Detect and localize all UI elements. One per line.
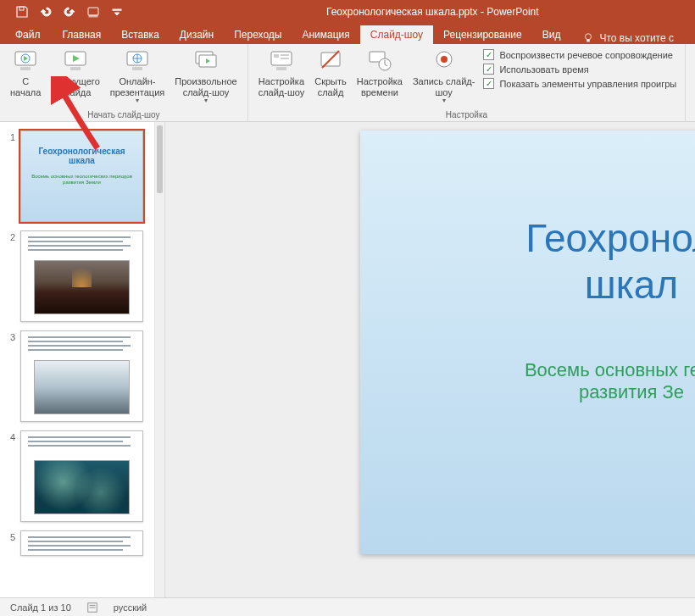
tell-me-label: Что вы хотите с — [599, 32, 674, 44]
svg-rect-1 — [88, 8, 98, 15]
svg-rect-19 — [281, 58, 289, 59]
svg-rect-17 — [274, 54, 279, 58]
thumb1-title: Геохронологическая шкала — [21, 147, 142, 165]
thumb-slide-5[interactable] — [20, 530, 143, 556]
tab-home[interactable]: Главная — [53, 25, 112, 44]
slide-title[interactable]: Геохронолошкал — [525, 215, 695, 308]
svg-rect-0 — [19, 7, 24, 10]
hide-slide-button[interactable]: Скрыть слайд — [309, 46, 352, 99]
svg-rect-10 — [70, 67, 81, 70]
svg-rect-2 — [89, 15, 97, 17]
setup-label: Настройка слайд-шоу — [259, 76, 305, 97]
svg-rect-18 — [281, 54, 289, 56]
quick-access-toolbar — [0, 0, 127, 24]
workspace: 1 Геохронологическая шкала Восемь основн… — [0, 122, 695, 597]
slide-thumbnails-panel: 1 Геохронологическая шкала Восемь основн… — [0, 122, 165, 597]
setup-slideshow-button[interactable]: Настройка слайд-шоу — [253, 46, 310, 99]
play-from-current-icon — [62, 47, 89, 75]
thumb-slide-2[interactable] — [20, 230, 143, 322]
tab-animations[interactable]: Анимация — [292, 25, 359, 44]
present-online-icon — [124, 47, 151, 75]
svg-rect-13 — [132, 67, 142, 70]
timer-icon — [366, 47, 393, 75]
tab-insert[interactable]: Вставка — [111, 25, 170, 44]
custom-slideshow-button[interactable]: Произвольное слайд-шоу ▾ — [170, 46, 242, 106]
setup-checkboxes: ✓Воспроизвести речевое сопровождение ✓Ис… — [480, 46, 680, 89]
checkbox-checked-icon: ✓ — [483, 78, 494, 89]
language-indicator[interactable]: русский — [114, 602, 147, 613]
record-slideshow-button[interactable]: Запись слайд- шоу ▾ — [408, 46, 480, 106]
slide-counter[interactable]: Слайд 1 из 10 — [10, 602, 71, 613]
redo-button[interactable] — [59, 3, 80, 21]
tab-view[interactable]: Вид — [532, 25, 571, 44]
slide-editor[interactable]: Геохронолошкал Восемь основных геолограз… — [165, 122, 695, 597]
start-from-beginning-qat-button[interactable] — [83, 3, 103, 21]
svg-point-26 — [441, 56, 448, 63]
lightbulb-icon — [582, 32, 594, 44]
group-start-slideshow: С начала С текущего слайда Онлайн- презе… — [0, 44, 248, 121]
chk-controls-label: Показать элементы управления проигры — [499, 79, 676, 89]
svg-rect-5 — [587, 40, 591, 42]
present-online-button[interactable]: Онлайн- презентация ▾ — [105, 46, 170, 106]
thumb-number: 1 — [7, 130, 15, 222]
tab-file[interactable]: Файл — [8, 25, 53, 44]
chk-play-narration[interactable]: ✓Воспроизвести речевое сопровождение — [483, 49, 676, 60]
thumb-number: 2 — [7, 230, 15, 322]
from-beginning-label: С начала — [10, 76, 41, 97]
group-setup: Настройка слайд-шоу Скрыть слайд Настрой… — [248, 44, 687, 121]
hide-slide-label: Скрыть слайд — [314, 76, 347, 97]
ribbon-tabs: Файл Главная Вставка Дизайн Переходы Ани… — [0, 24, 695, 44]
thumb-number: 3 — [7, 330, 15, 422]
thumb-row-4: 4 — [0, 422, 164, 522]
thumb4-image — [34, 460, 130, 514]
from-beginning-button[interactable]: С начала — [5, 46, 46, 99]
thumb-row-5: 5 — [0, 522, 164, 556]
thumb-slide-1[interactable]: Геохронологическая шкала Восемь основных… — [20, 130, 143, 222]
ribbon: С начала С текущего слайда Онлайн- презе… — [0, 44, 695, 122]
rehearse-timings-button[interactable]: Настройка времени — [352, 46, 408, 99]
chk-show-controls[interactable]: ✓Показать элементы управления проигры — [483, 78, 676, 89]
tell-me-search[interactable]: Что вы хотите с — [582, 32, 674, 44]
custom-slideshow-icon — [192, 47, 220, 75]
thumb1-subtitle: Восемь основных геологических периодов р… — [30, 174, 134, 186]
qat-customize-button[interactable] — [107, 3, 127, 21]
chk-narration-label: Воспроизвести речевое сопровождение — [499, 50, 673, 60]
thumb-slide-4[interactable] — [20, 430, 143, 522]
from-current-button[interactable]: С текущего слайда — [46, 46, 104, 99]
thumb-row-2: 2 — [0, 222, 164, 322]
present-online-label: Онлайн- презентация — [110, 76, 165, 97]
checkbox-checked-icon: ✓ — [483, 49, 494, 60]
chk-timings-label: Использовать время — [499, 64, 588, 75]
chevron-down-icon: ▾ — [442, 97, 446, 104]
slide-subtitle[interactable]: Восемь основных геологразвития Зе — [525, 359, 695, 403]
thumb-row-1: 1 Геохронологическая шкала Восемь основн… — [0, 122, 164, 222]
checkbox-checked-icon: ✓ — [483, 64, 494, 75]
chk-use-timings[interactable]: ✓Использовать время — [483, 64, 676, 75]
current-slide[interactable]: Геохронолошкал Восемь основных геолограз… — [360, 130, 695, 554]
setup-icon — [268, 47, 295, 75]
thumb3-image — [34, 360, 130, 414]
svg-point-4 — [586, 34, 592, 40]
group-start-label: Начать слайд-шоу — [5, 110, 242, 121]
play-from-start-icon — [12, 47, 39, 75]
thumb-slide-3[interactable] — [20, 330, 143, 422]
custom-slideshow-label: Произвольное слайд-шоу — [175, 76, 236, 97]
record-icon — [431, 47, 458, 75]
tab-transitions[interactable]: Переходы — [224, 25, 292, 44]
thumbnails-scrollbar[interactable] — [154, 122, 164, 597]
undo-button[interactable] — [36, 3, 56, 21]
document-title: Геохронологическая шкала.pptx - PowerPoi… — [326, 6, 539, 18]
group-setup-label: Настройка — [253, 110, 681, 121]
tab-review[interactable]: Рецензирование — [433, 25, 532, 44]
svg-rect-3 — [113, 9, 121, 10]
rehearse-label: Настройка времени — [357, 76, 403, 97]
chevron-down-icon: ▾ — [204, 97, 208, 104]
titlebar: Геохронологическая шкала.pptx - PowerPoi… — [0, 0, 695, 24]
notes-icon[interactable] — [86, 602, 98, 613]
tab-design[interactable]: Дизайн — [170, 25, 224, 44]
tab-slideshow[interactable]: Слайд-шоу — [360, 25, 433, 44]
save-button[interactable] — [12, 3, 32, 21]
thumb-row-3: 3 — [0, 322, 164, 422]
chevron-down-icon: ▾ — [136, 97, 139, 104]
status-bar: Слайд 1 из 10 русский — [0, 597, 695, 616]
